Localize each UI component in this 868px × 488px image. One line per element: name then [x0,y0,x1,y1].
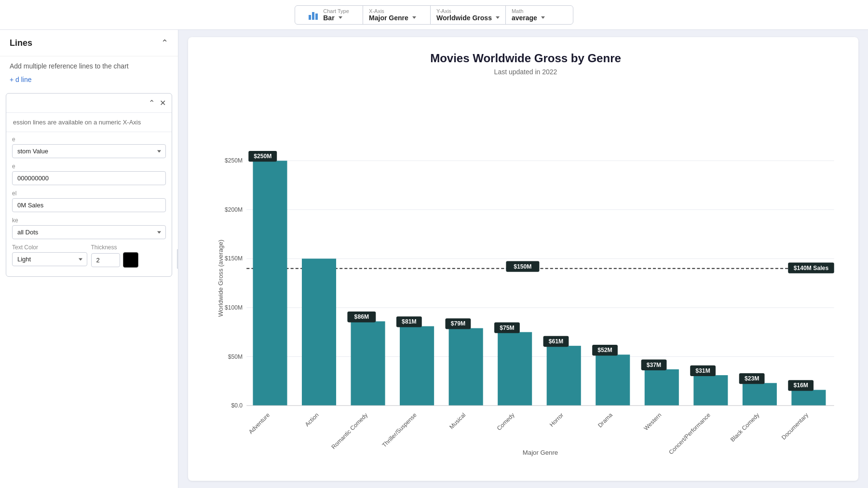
bar-label-romcom: $86M [354,313,369,320]
panel-collapse-btn[interactable]: ⌃ [161,38,168,48]
math-arrow [541,16,545,19]
ytick-150: $150M [225,255,243,262]
chart-subtitle: Last updated in 2022 [494,68,557,76]
type-select-wrapper: stom Value [12,144,166,158]
type-label: e [12,136,166,143]
xtick-blackcomedy: Black Comedy [729,411,761,443]
chart-type-control: Chart Type Bar X-Axis Major Genre Y-Axis… [295,5,573,25]
style-row: ke all Dots [12,217,166,239]
chart-type-label: Chart Type [323,8,349,14]
thickness-field: Thickness [91,244,166,268]
ytick-250: $250M [225,157,243,164]
bar-musical[interactable] [449,328,483,406]
chart-type-value: Bar [323,14,342,22]
math-value: average [512,14,545,22]
xtick-documentary: Documentary [780,411,810,441]
regression-note: ession lines are available on a numeric … [6,113,172,132]
thickness-input[interactable] [91,253,120,267]
bar-label-thriller: $81M [402,318,416,325]
value-row: e [12,163,166,185]
bar-concert[interactable] [693,375,728,406]
bar-thriller[interactable] [400,326,434,406]
y-axis-arrow [496,16,500,19]
panel-description: Add multiple reference lines to the char… [0,56,178,74]
ytick-100: $100M [225,304,243,311]
xtick-horror: Horror [548,412,565,428]
text-color-select[interactable]: Light [12,252,87,266]
form-section: e stom Value e el k [6,132,172,276]
style-select[interactable]: all Dots [12,225,166,239]
math-label: Math [512,8,523,14]
xtick-western: Western [643,412,663,432]
xtick-concert: Concert/Performance [667,411,712,456]
bar-blackcomedy[interactable] [743,383,777,406]
bar-label-drama: $52M [597,347,612,353]
chart-svg-wrapper: Worldwide Gross (average) $0.0 $50M $100… [207,85,844,471]
toggle-panel-btn[interactable]: ‹ [177,249,178,269]
y-axis-selector[interactable]: Y-Axis Worldwide Gross [430,6,505,24]
bar-label-horror: $61M [549,338,563,345]
sub-panel-close-btn[interactable]: ✕ [160,98,166,108]
y-axis-label: Y-Axis [436,8,451,14]
type-row: e stom Value [12,136,166,158]
xtick-comedy: Comedy [496,411,516,432]
y-axis-label: Worldwide Gross (average) [217,240,224,317]
bar-drama[interactable] [596,354,630,406]
ytick-200: $200M [225,206,243,213]
text-color-field: Text Color Light [12,244,87,268]
bar-documentary[interactable] [791,390,826,406]
toolbar: Chart Type Bar X-Axis Major Genre Y-Axis… [0,0,868,30]
sub-panel-icons: ⌃ ✕ [149,98,166,108]
bar-label-blackcomedy: $23M [745,375,759,382]
value-label: e [12,163,166,170]
type-select[interactable]: stom Value [12,144,166,158]
xtick-musical: Musical [448,412,467,431]
value-input[interactable] [12,171,166,185]
bar-western[interactable] [645,369,679,406]
bar-chart-icon [309,10,319,20]
line-label-row: el [12,190,166,212]
x-axis-value: Major Genre [369,14,416,22]
xtick-romcom: Romantic Comedy [330,411,369,450]
text-color-label: Text Color [12,244,87,251]
bar-action[interactable] [302,258,336,406]
bar-label-concert: $31M [695,367,710,374]
ref-line-left-label: $150M [514,263,531,270]
ytick-0: $0.0 [231,402,243,409]
xtick-action: Action [304,412,320,428]
line-label-label: el [12,190,166,197]
style-label: ke [12,217,166,224]
thickness-label: Thickness [91,244,166,251]
xtick-adventure: Adventure [247,411,271,435]
panel-title: Lines [10,38,32,48]
style-select-wrapper: all Dots [12,225,166,239]
xtick-thriller: Thriller/Suspense [381,411,418,448]
ref-line-right-label: $140M Sales [794,265,829,271]
line-label-input[interactable] [12,198,166,212]
chart-type-selector[interactable]: Chart Type Bar [295,6,363,24]
ytick-50: $50M [228,353,243,360]
chart-area: Movies Worldwide Gross by Genre Last upd… [178,30,868,488]
chart-container: Movies Worldwide Gross by Genre Last upd… [188,37,858,481]
sub-panel-header: ⌃ ✕ [6,94,172,113]
color-thickness-row: Text Color Light Thickness [12,244,166,268]
bar-label-documentary: $16M [793,382,808,389]
bar-label-adventure: $250M [254,153,271,160]
color-swatch[interactable] [123,252,138,268]
chart-title: Movies Worldwide Gross by Genre [430,52,621,65]
bar-horror[interactable] [547,346,581,406]
add-line-link[interactable]: + d line [0,74,178,89]
chart-type-arrow [339,16,342,19]
bar-label-musical: $79M [451,320,465,327]
bar-adventure[interactable] [253,161,287,406]
x-axis-label-text: Major Genre [523,449,558,456]
bar-comedy[interactable] [498,332,532,406]
panel-header: Lines ⌃ [0,30,178,56]
bar-label-western: $37M [647,362,661,368]
y-axis-value: Worldwide Gross [436,14,500,22]
bar-label-comedy: $75M [500,325,514,331]
bar-romcom[interactable] [351,321,385,406]
x-axis-selector[interactable]: X-Axis Major Genre [363,6,430,24]
math-selector[interactable]: Math average [505,6,573,24]
sub-panel-collapse-btn[interactable]: ⌃ [149,98,155,108]
